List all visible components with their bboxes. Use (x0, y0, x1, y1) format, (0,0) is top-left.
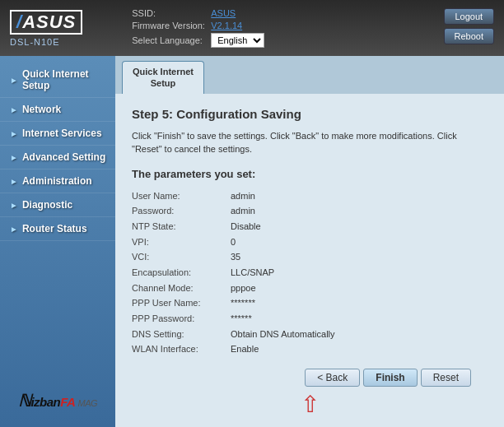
firmware-row: Firmware Version: V2.1.14 (132, 21, 264, 30)
logo-area: /ASUS DSL-N10E (10, 10, 82, 47)
language-select[interactable]: English (211, 33, 264, 48)
table-row: Password:admin (132, 203, 488, 219)
table-row: NTP State:Disable (132, 219, 488, 234)
sidebar-item-label: Quick Internet Setup (22, 68, 109, 91)
table-row: Encapsulation:LLC/SNAP (132, 265, 488, 281)
param-value: Disable (231, 219, 261, 234)
sidebar-item-administration[interactable]: ► Administration (0, 169, 115, 193)
reboot-button[interactable]: Reboot (444, 28, 494, 44)
sidebar-item-diagnostic[interactable]: ► Diagnostic (0, 193, 115, 217)
table-row: VCI:35 (132, 249, 488, 265)
param-value: ******* (231, 295, 255, 311)
param-label: VPI: (132, 234, 231, 250)
back-button[interactable]: < Back (305, 369, 360, 387)
param-value: 0 (231, 234, 236, 250)
table-row: VPI:0 (132, 234, 488, 250)
params-title: The parameters you set: (132, 168, 488, 180)
reset-button[interactable]: Reset (421, 369, 471, 387)
table-row: WLAN Interface:Enable (132, 341, 488, 357)
arrow-indicator: ⇧ (132, 393, 488, 416)
nizbanfa-logo: ℕizbanFA MAG (0, 388, 115, 415)
sidebar-item-label: Advanced Setting (22, 151, 105, 163)
arrow-icon: ► (10, 177, 18, 186)
header-info: SSID: ASUS Firmware Version: V2.1.14 Sel… (132, 8, 264, 48)
finish-button[interactable]: Finish (363, 369, 417, 387)
sidebar-item-advanced-setting[interactable]: ► Advanced Setting (0, 146, 115, 169)
params-table: User Name:adminPassword:adminNTP State:D… (132, 188, 488, 358)
param-value: 35 (231, 249, 240, 265)
sidebar: ► Quick Internet Setup ► Network ► Inter… (0, 56, 115, 427)
step-title: Step 5: Configuration Saving (132, 107, 488, 121)
param-label: Encapsulation: (132, 265, 231, 281)
param-value: admin (231, 203, 255, 219)
arrow-icon: ► (10, 129, 18, 138)
param-label: DNS Setting: (132, 327, 231, 342)
model-name: DSL-N10E (10, 37, 60, 47)
tab-quick-internet-setup[interactable]: Quick Internet Setup (122, 61, 204, 94)
param-label: User Name: (132, 188, 231, 204)
param-label: NTP State: (132, 219, 231, 234)
param-value: ****** (231, 311, 252, 327)
table-row: DNS Setting:Obtain DNS Automatically (132, 327, 488, 342)
param-value: LLC/SNAP (231, 265, 274, 281)
sidebar-item-label: Diagnostic (22, 199, 72, 211)
sidebar-item-quick-internet-setup[interactable]: ► Quick Internet Setup (0, 63, 115, 98)
sidebar-item-label: Network (22, 104, 61, 115)
table-row: Channel Mode:pppoe (132, 281, 488, 296)
sidebar-item-internet-services[interactable]: ► Internet Services (0, 122, 115, 146)
language-label: Select Language: (132, 35, 206, 45)
sidebar-item-router-status[interactable]: ► Router Status (0, 217, 115, 241)
param-value: Obtain DNS Automatically (231, 327, 335, 342)
script-n: ℕ (18, 392, 31, 410)
arrow-icon: ► (10, 105, 18, 114)
sidebar-bottom: ℕizbanFA MAG (0, 388, 115, 415)
sidebar-item-label: Internet Services (22, 128, 102, 139)
sidebar-item-label: Administration (22, 175, 92, 187)
param-value: pppoe (231, 281, 256, 296)
table-row: PPP User Name:******* (132, 295, 488, 311)
buttons-row: < Back Finish Reset (132, 369, 488, 387)
logout-button[interactable]: Logout (444, 8, 494, 25)
main-layout: ► Quick Internet Setup ► Network ► Inter… (0, 56, 504, 427)
tab-bar: Quick Internet Setup (115, 56, 504, 94)
ssid-row: SSID: ASUS (132, 8, 264, 18)
param-value: admin (231, 188, 255, 204)
param-label: VCI: (132, 249, 231, 265)
firmware-label: Firmware Version: (132, 21, 206, 30)
header: /ASUS DSL-N10E SSID: ASUS Firmware Versi… (0, 0, 504, 56)
arrow-icon: ► (10, 225, 18, 234)
param-label: PPP Password: (132, 311, 231, 327)
content-body: Step 5: Configuration Saving Click "Fini… (115, 94, 504, 427)
asus-logo: /ASUS (10, 10, 82, 35)
table-row: PPP Password:****** (132, 311, 488, 327)
arrow-icon: ► (10, 153, 18, 162)
param-value: Enable (231, 341, 259, 357)
sidebar-item-network[interactable]: ► Network (0, 98, 115, 122)
arrow-icon: ► (10, 76, 18, 85)
sidebar-item-label: Router Status (22, 223, 87, 234)
firmware-value[interactable]: V2.1.14 (211, 21, 242, 30)
content-area: Quick Internet Setup Step 5: Configurati… (115, 56, 504, 427)
param-label: PPP User Name: (132, 295, 231, 311)
table-row: User Name:admin (132, 188, 488, 204)
param-label: Password: (132, 203, 231, 219)
step-description: Click "Finish" to save the settings. Cli… (132, 129, 488, 156)
ssid-value[interactable]: ASUS (211, 8, 236, 18)
up-arrow-icon: ⇧ (301, 393, 320, 416)
language-row: Select Language: English (132, 33, 264, 48)
param-label: WLAN Interface: (132, 341, 231, 357)
arrow-icon: ► (10, 201, 18, 210)
ssid-label: SSID: (132, 8, 206, 18)
param-label: Channel Mode: (132, 281, 231, 296)
header-buttons: Logout Reboot (444, 8, 494, 44)
